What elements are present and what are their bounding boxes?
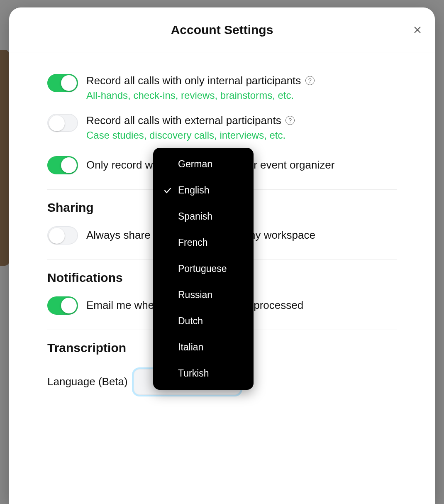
check-icon [162, 291, 173, 299]
language-option-label: Dutch [178, 316, 203, 327]
check-icon [162, 343, 173, 352]
setting-title: Record all calls with external participa… [86, 114, 281, 127]
language-option-label: French [178, 237, 208, 248]
language-option[interactable]: Portuguese [153, 256, 254, 282]
setting-text: Record all calls with only internal part… [86, 74, 397, 101]
help-icon[interactable]: ? [305, 76, 315, 85]
language-dropdown[interactable]: GermanEnglishSpanishFrenchPortugueseRuss… [153, 148, 254, 390]
setting-record-internal: Record all calls with only internal part… [47, 69, 397, 109]
setting-subtitle: Case studies, discovery calls, interview… [86, 130, 397, 141]
toggle-email-processed[interactable] [47, 296, 78, 315]
modal-title: Account Settings [171, 23, 273, 37]
setting-record-external: Record all calls with external participa… [47, 109, 397, 149]
help-icon[interactable]: ? [285, 116, 295, 125]
language-option-label: English [178, 185, 209, 196]
language-label: Language (Beta) [47, 375, 128, 388]
language-option[interactable]: Spanish [153, 203, 254, 230]
check-icon [162, 317, 173, 325]
check-icon [162, 213, 173, 221]
check-icon [162, 186, 173, 195]
close-button[interactable] [412, 24, 423, 36]
language-option-label: Portuguese [178, 263, 227, 274]
toggle-record-organizer[interactable] [47, 156, 78, 174]
language-option[interactable]: Dutch [153, 308, 254, 334]
language-option[interactable]: Russian [153, 282, 254, 308]
language-option-label: German [178, 159, 212, 170]
toggle-record-external[interactable] [47, 114, 78, 132]
background-fragment [0, 50, 9, 266]
toggle-always-share[interactable] [47, 226, 78, 245]
modal-header: Account Settings [9, 7, 435, 52]
language-option-label: Russian [178, 289, 212, 301]
setting-subtitle: All-hands, check-ins, reviews, brainstor… [86, 90, 397, 101]
check-icon [162, 369, 173, 378]
check-icon [162, 160, 173, 169]
language-option-label: Turkish [178, 368, 209, 379]
language-option[interactable]: Turkish [153, 360, 254, 387]
setting-title: Record all calls with only internal part… [86, 74, 301, 87]
language-option-label: Italian [178, 342, 203, 353]
language-option[interactable]: German [153, 151, 254, 177]
language-option[interactable]: Italian [153, 334, 254, 360]
account-settings-modal: Account Settings Record all calls with o… [9, 7, 435, 504]
close-icon [413, 25, 422, 34]
language-option[interactable]: French [153, 230, 254, 256]
language-option-label: Spanish [178, 211, 212, 222]
check-icon [162, 265, 173, 273]
check-icon [162, 239, 173, 247]
toggle-record-internal[interactable] [47, 74, 78, 92]
setting-text: Record all calls with external participa… [86, 114, 397, 141]
language-option[interactable]: English [153, 177, 254, 203]
